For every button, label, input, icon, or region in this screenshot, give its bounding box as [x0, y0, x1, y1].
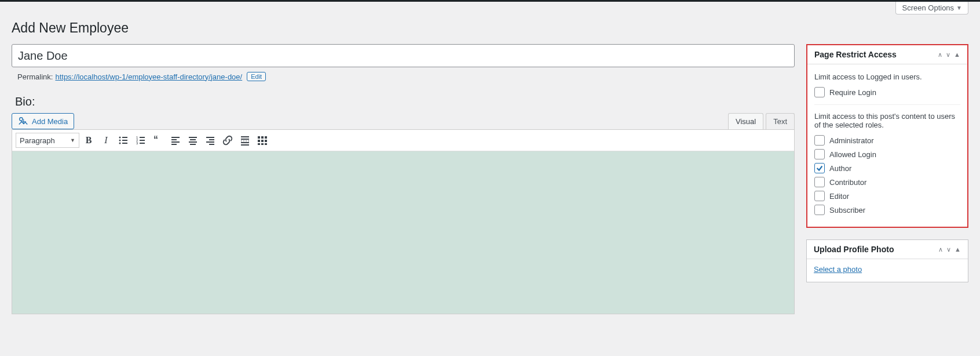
tab-text[interactable]: Text: [766, 113, 795, 129]
add-media-label: Add Media: [32, 117, 68, 126]
role-label: Subscriber: [829, 206, 865, 215]
svg-rect-20: [189, 141, 197, 143]
toolbar-toggle-button[interactable]: [254, 132, 270, 148]
svg-rect-27: [241, 139, 249, 140]
align-left-icon: [170, 135, 181, 146]
checkbox-icon: [814, 205, 825, 215]
checkbox-icon: [814, 163, 825, 173]
tab-visual[interactable]: Visual: [728, 113, 763, 129]
svg-rect-36: [265, 140, 267, 142]
svg-point-0: [20, 118, 23, 121]
permalink-label: Permalink:: [17, 72, 53, 81]
screen-options-button[interactable]: Screen Options ▼: [895, 2, 968, 14]
role-checkbox[interactable]: Subscriber: [814, 205, 960, 215]
svg-rect-35: [261, 140, 264, 142]
svg-rect-10: [140, 140, 145, 141]
svg-rect-26: [241, 136, 249, 137]
caret-down-icon: ▼: [956, 5, 962, 11]
svg-rect-34: [258, 140, 260, 142]
svg-point-5: [119, 143, 121, 144]
svg-rect-16: [171, 141, 180, 143]
editor-content-area[interactable]: [12, 151, 794, 314]
quote-icon: “: [152, 135, 164, 146]
svg-rect-18: [189, 137, 197, 138]
svg-rect-25: [209, 144, 214, 145]
role-checkbox[interactable]: Author: [814, 163, 960, 173]
align-right-button[interactable]: [202, 132, 218, 148]
link-icon: [222, 135, 233, 146]
add-media-button[interactable]: Add Media: [12, 113, 74, 129]
limit-login-text: Limit access to Logged in users.: [814, 72, 960, 81]
numbered-list-icon: 123: [135, 135, 147, 146]
svg-point-1: [119, 137, 121, 139]
svg-rect-33: [265, 136, 267, 139]
align-left-button[interactable]: [167, 132, 184, 148]
svg-rect-24: [206, 141, 214, 143]
svg-rect-38: [261, 143, 264, 145]
svg-point-3: [119, 140, 121, 141]
edit-permalink-button[interactable]: Edit: [247, 72, 266, 81]
editor-toolbar: Paragraph ▼ B I 123 “: [12, 130, 794, 151]
svg-text:3: 3: [136, 141, 138, 145]
toolbar-toggle-icon: [257, 135, 268, 146]
italic-button[interactable]: I: [98, 132, 114, 148]
caret-down-icon: ▼: [70, 137, 75, 143]
format-select[interactable]: Paragraph ▼: [16, 133, 79, 148]
bullet-list-button[interactable]: [115, 132, 131, 148]
svg-rect-39: [265, 143, 267, 145]
move-up-icon[interactable]: ∧: [938, 51, 942, 59]
svg-rect-15: [171, 139, 177, 140]
permalink-row: Permalink: https://localhost/wp-1/employ…: [12, 67, 795, 85]
bio-heading: Bio:: [15, 95, 795, 108]
numbered-list-button[interactable]: 123: [133, 132, 149, 148]
svg-rect-17: [171, 144, 177, 145]
align-right-icon: [204, 135, 216, 146]
svg-text:“: “: [153, 135, 158, 144]
permalink-link[interactable]: https://localhost/wp-1/employee-staff-di…: [55, 72, 242, 81]
svg-rect-22: [206, 137, 214, 138]
svg-rect-6: [122, 143, 127, 144]
svg-rect-12: [140, 143, 145, 144]
move-down-icon[interactable]: ∨: [946, 246, 951, 253]
role-label: Administrator: [829, 136, 874, 145]
role-checkbox[interactable]: Administrator: [814, 135, 960, 146]
move-down-icon[interactable]: ∨: [946, 51, 950, 59]
move-up-icon[interactable]: ∧: [938, 246, 943, 253]
read-more-icon: [239, 135, 251, 146]
read-more-button[interactable]: [237, 132, 253, 148]
role-checkbox[interactable]: Contributor: [814, 177, 960, 187]
photo-box-title: Upload Profile Photo: [814, 245, 894, 254]
post-title-input[interactable]: [12, 44, 795, 67]
role-checkbox[interactable]: Editor: [814, 191, 960, 201]
checkbox-icon: [814, 177, 825, 187]
svg-rect-2: [122, 137, 127, 138]
svg-rect-4: [122, 140, 127, 141]
limit-roles-text: Limit access to this post's content to u…: [814, 112, 960, 129]
bold-button[interactable]: B: [81, 132, 97, 148]
svg-rect-30: [241, 144, 249, 146]
align-center-button[interactable]: [185, 132, 201, 148]
page-title: Add New Employee: [12, 20, 968, 36]
collapse-icon[interactable]: ▲: [955, 246, 961, 253]
divider: [814, 104, 960, 105]
require-login-label: Require Login: [829, 88, 876, 97]
role-label: Editor: [829, 192, 849, 201]
align-center-icon: [187, 135, 199, 146]
page-restrict-access-box: Page Restrict Access ∧ ∨ ▲ Limit access …: [806, 44, 968, 228]
role-label: Author: [829, 164, 851, 173]
svg-rect-14: [171, 137, 180, 138]
role-checkbox[interactable]: Allowed Login: [814, 149, 960, 159]
checkbox-icon: [814, 87, 825, 97]
role-label: Contributor: [829, 178, 866, 187]
svg-rect-31: [258, 136, 260, 139]
editor-container: Paragraph ▼ B I 123 “: [12, 129, 795, 314]
media-icon: [18, 116, 28, 126]
select-photo-link[interactable]: Select a photo: [814, 265, 862, 274]
screen-options-label: Screen Options: [902, 3, 954, 12]
svg-rect-23: [209, 139, 214, 140]
link-button[interactable]: [220, 132, 236, 148]
blockquote-button[interactable]: “: [150, 132, 166, 148]
require-login-checkbox[interactable]: Require Login: [814, 87, 960, 97]
checkbox-icon: [814, 191, 825, 201]
collapse-icon[interactable]: ▲: [954, 51, 960, 58]
